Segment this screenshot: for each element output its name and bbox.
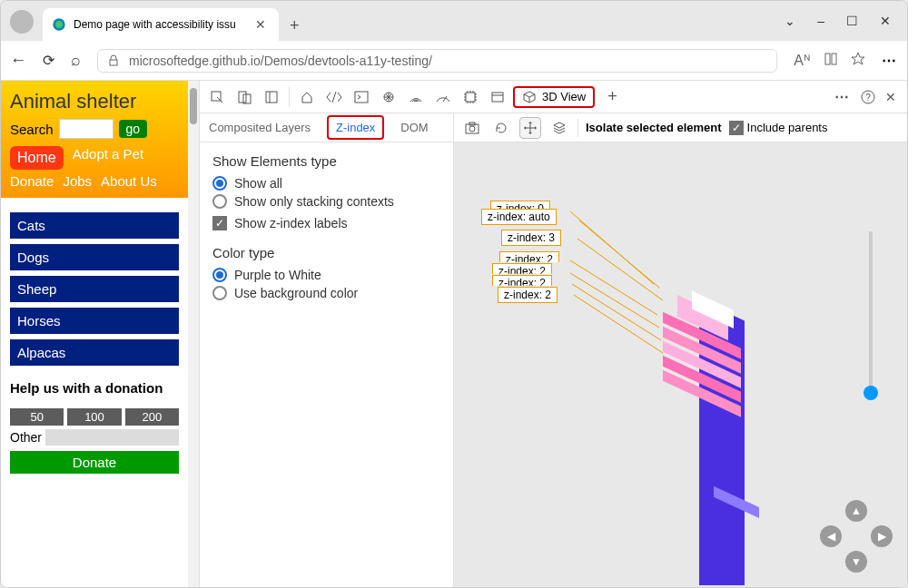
svg-rect-4 [832,54,836,64]
nav-adopt[interactable]: Adopt a Pet [73,146,143,170]
performance-icon[interactable] [431,85,455,109]
nav-donate[interactable]: Donate [10,173,54,189]
browser-menu-icon[interactable]: ⋯ [882,52,898,69]
radio-show-all-label: Show all [234,176,282,191]
devtools-more-icon[interactable]: ⋯ [834,88,851,105]
cube-icon [522,90,537,104]
svg-line-29 [574,295,663,353]
radio-only-stacking-label: Show only stacking contexts [234,194,394,209]
dpad-right[interactable]: ▶ [871,525,893,547]
amount-200[interactable]: 200 [125,408,179,426]
dpad-left[interactable]: ◀ [820,525,842,547]
devtools-toolbar: 3D View + ⋯ ? ✕ [200,81,907,113]
subtab-zindex[interactable]: Z-index [327,115,384,140]
edge-favicon [52,17,66,32]
read-aloud-icon[interactable]: Aᴺ [794,52,811,69]
sidebar-item-sheep[interactable]: Sheep [10,276,179,302]
pan-icon[interactable] [519,117,541,139]
zoom-slider-track[interactable] [869,231,873,395]
search-icon[interactable]: ⌕ [71,51,81,70]
subtab-composited[interactable]: Composited Layers [205,115,314,140]
other-amount-input[interactable] [45,429,179,446]
amount-100[interactable]: 100 [67,408,121,426]
zoom-slider-thumb[interactable] [864,386,878,400]
new-tab-button[interactable]: + [279,16,311,41]
tab-3d-view[interactable]: 3D View [513,86,595,108]
dpad-up[interactable]: ▲ [845,500,867,522]
console-icon[interactable] [350,85,373,109]
zindex-label: z-index: auto [481,209,557,225]
radio-show-all[interactable] [212,176,227,191]
radio-only-stacking[interactable] [212,194,227,209]
url-toolbar: ← ⟳ ⌕ microsoftedge.github.io/Demos/devt… [1,41,907,81]
sources-icon[interactable] [377,85,400,109]
titlebar: Demo page with accessibility issu ✕ + ⌄ … [1,1,907,41]
collections-icon[interactable] [824,52,838,66]
tab-title: Demo page with accessibility issu [74,18,252,31]
svg-rect-35 [663,370,741,417]
snapshot-icon[interactable] [461,117,483,139]
svg-rect-37 [692,291,734,328]
devtools: 3D View + ⋯ ? ✕ Composited Layers Z-inde… [199,81,907,587]
devtools-close-button[interactable]: ✕ [885,90,896,104]
radio-bg-color[interactable] [212,286,227,300]
page-scroll-thumb[interactable] [190,88,197,124]
sidebar-item-alpacas[interactable]: Alpacas [10,339,179,366]
include-parents-checkbox[interactable]: ✓ [729,121,744,135]
dpad-down[interactable]: ▼ [845,551,867,573]
radio-purple-white[interactable] [212,268,227,282]
layers-icon[interactable] [548,117,570,139]
window-close-button[interactable]: ✕ [880,14,891,28]
donation-heading: Help us with a donation [10,380,179,396]
checkbox-show-labels[interactable]: ✓ [212,216,227,230]
address-bar[interactable]: microsoftedge.github.io/Demos/devtools-a… [97,49,777,73]
memory-icon[interactable] [459,85,482,109]
browser-tab[interactable]: Demo page with accessibility issu ✕ [43,8,279,41]
panel-icon[interactable] [260,85,283,109]
device-icon[interactable] [232,85,256,109]
url-text: microsoftedge.github.io/Demos/devtools-a… [129,54,767,68]
page-scrollbar[interactable] [188,81,199,587]
network-icon[interactable] [404,85,428,109]
sidebar-item-dogs[interactable]: Dogs [10,244,179,270]
welcome-icon[interactable] [295,85,319,109]
donate-button[interactable]: Donate [10,451,179,474]
svg-rect-14 [492,93,503,102]
elements-type-heading: Show Elements type [212,153,440,169]
other-label: Other [10,430,42,445]
profile-icon[interactable] [10,10,34,34]
window-minimize-button[interactable]: – [817,14,824,28]
subtab-dom[interactable]: DOM [397,115,431,140]
sidebar-item-cats[interactable]: Cats [10,212,179,239]
help-icon[interactable]: ? [860,89,876,105]
devtools-left-panel: Composited Layers Z-index DOM Show Eleme… [200,113,454,587]
back-button[interactable]: ← [10,51,26,70]
favorite-icon[interactable] [851,52,865,66]
reset-view-icon[interactable] [490,117,512,139]
inspect-icon[interactable] [205,85,229,109]
svg-rect-13 [466,93,475,102]
search-input[interactable] [59,119,114,139]
window-maximize-button[interactable]: ☐ [846,14,858,28]
reload-button[interactable]: ⟳ [43,52,54,69]
amount-50[interactable]: 50 [10,408,64,426]
application-icon[interactable] [486,85,509,109]
nav-about[interactable]: About Us [101,173,157,189]
color-type-heading: Color type [212,245,440,260]
window-chevron-icon[interactable]: ⌄ [785,14,795,28]
isolate-label: Isolate selected element [586,121,722,134]
3d-viewer[interactable]: Isolate selected element ✓Include parent… [454,113,907,587]
svg-line-24 [579,220,659,288]
svg-point-19 [469,126,475,132]
svg-point-1 [55,21,63,28]
page-content: Animal shelter Search go Home Adopt a Pe… [1,81,188,587]
elements-icon[interactable] [322,85,346,109]
nav-home[interactable]: Home [10,146,64,170]
nav-jobs[interactable]: Jobs [63,173,92,189]
tab-close-icon[interactable]: ✕ [252,17,270,32]
search-go-button[interactable]: go [119,120,148,138]
svg-rect-38 [714,486,759,518]
devtools-add-tab[interactable]: + [598,87,627,106]
radio-bg-color-label: Use background color [234,286,358,300]
sidebar-item-horses[interactable]: Horses [10,308,179,334]
